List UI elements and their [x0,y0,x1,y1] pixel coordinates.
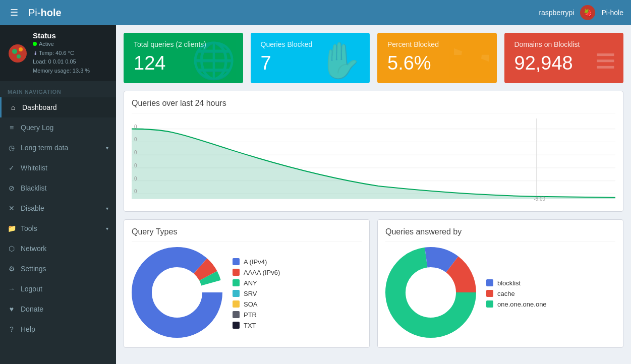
sidebar-item-network[interactable]: ⬡ Network [0,238,116,259]
queries-answered-legend: blocklist cache one.one.one.one [486,279,547,308]
svg-text:0: 0 [134,175,137,181]
whitelist-label: Whitelist [21,164,47,172]
sidebar-status: Status Active 🌡Temp: 40.6 °C Load: 0 0.0… [0,25,116,81]
long-term-label: Long term data [21,144,68,152]
queries-chart-title: Queries over last 24 hours [132,99,615,113]
logout-label: Logout [21,285,42,293]
legend-item-txt: TXT [233,322,280,329]
hamburger-button[interactable]: ☰ [8,5,21,21]
brand-logo: Pi-hole [28,7,62,19]
query-types-title: Query Types [132,227,362,242]
sidebar-nav: ⌂ Dashboard ≡ Query Log ◷ Long term data… [0,97,116,339]
svg-text:0: 0 [134,163,137,168]
sidebar-item-donate[interactable]: ♥ Donate [0,299,116,319]
legend-item-one-one: one.one.one.one [486,300,547,308]
pihole-label: Pi-hole [601,9,623,17]
query-types-content: A (IPv4) AAAA (IPv6) ANY SRV [132,247,362,340]
query-log-label: Query Log [21,124,53,132]
legend-item-blocklist: blocklist [486,279,547,287]
query-log-icon: ≡ [8,124,16,132]
charts-row: Query Types A ( [124,219,623,348]
legend-dot-one-one [486,300,493,308]
legend-dot-srv [233,290,240,297]
dashboard-label: Dashboard [22,103,57,111]
navbar-right: raspberrypi 🍓 Pi-hole [539,5,623,20]
network-icon: ⬡ [8,245,16,253]
sidebar-item-query-log[interactable]: ≡ Query Log [0,117,116,138]
query-types-legend: A (IPv4) AAAA (IPv6) ANY SRV [233,258,280,329]
svg-text:0: 0 [134,150,137,155]
queries-answered-title: Queries answered by [385,227,615,242]
list-icon: ≡ [595,43,616,78]
disable-icon: ✕ [8,204,16,212]
legend-dot-blocklist [486,279,493,286]
donate-icon: ♥ [8,305,16,313]
stat-card-queries-blocked: Queries Blocked 7 ✋ [251,33,370,83]
chevron-down-icon-disable: ▾ [106,206,108,211]
sidebar-item-settings[interactable]: ⚙ Settings [0,259,116,279]
svg-text:0: 0 [134,137,137,142]
brand-pi: Pi- [28,7,40,19]
svg-point-27 [408,270,453,315]
legend-item-a-ipv4: A (IPv4) [233,258,280,266]
whitelist-icon: ✓ [8,164,16,172]
dashboard-icon: ⌂ [9,103,17,111]
sidebar-item-long-term-data[interactable]: ◷ Long term data ▾ [0,138,116,158]
help-icon: ? [8,325,16,333]
svg-text:0: 0 [134,189,137,194]
hostname-label: raspberrypi [539,9,574,17]
brand-hole: hole [40,7,61,19]
legend-dot-any [233,279,240,286]
query-types-chart [132,247,222,340]
chevron-down-icon: ▾ [106,145,108,151]
sidebar-item-tools[interactable]: 📁 Tools ▾ [0,218,116,238]
hand-icon: ✋ [318,43,362,78]
legend-item-cache: cache [486,290,547,297]
network-label: Network [21,245,46,253]
chevron-down-icon-tools: ▾ [106,226,108,231]
sidebar-item-blacklist[interactable]: ⊘ Blacklist [0,178,116,198]
main-wrapper: Status Active 🌡Temp: 40.6 °C Load: 0 0.0… [0,25,631,364]
blacklist-label: Blacklist [21,184,46,192]
legend-dot-txt [233,322,240,329]
settings-icon: ⚙ [8,265,16,273]
legend-dot-cache [486,290,493,297]
svg-text:0: 0 [134,124,137,129]
sidebar-item-logout[interactable]: → Logout [0,279,116,299]
sidebar-item-dashboard[interactable]: ⌂ Dashboard [0,97,116,117]
navbar: ☰ Pi-hole raspberrypi 🍓 Pi-hole [0,0,631,25]
help-label: Help [21,325,35,333]
legend-dot-ptr [233,311,240,318]
queries-answered-chart [385,247,476,340]
svg-point-23 [154,270,200,315]
hamburger-icon: ☰ [10,8,18,18]
content-area: Total queries (2 clients) 124 🌐 Queries … [116,25,631,364]
logout-icon: → [8,285,16,293]
status-title: Status [33,31,90,40]
stat-card-percent-blocked: Percent Blocked 5.6% [377,33,497,83]
legend-item-srv: SRV [233,290,280,297]
sidebar-item-disable[interactable]: ✕ Disable ▾ [0,198,116,218]
svg-point-2 [19,47,23,51]
legend-item-any: ANY [233,279,280,287]
legend-dot-a-ipv4 [233,258,240,265]
navbar-left: ☰ Pi-hole [8,5,62,21]
queries-chart-box: Queries over last 24 hours 0 0 0 0 [124,91,623,212]
legend-item-soa: SOA [233,300,280,308]
stat-card-domains-blocklist: Domains on Blocklist 92,948 ≡ [504,33,624,83]
sidebar-item-whitelist[interactable]: ✓ Whitelist [0,158,116,178]
long-term-icon: ◷ [8,144,16,152]
legend-item-ptr: PTR [233,311,280,319]
pihole-logo-icon [8,43,28,64]
legend-dot-soa [233,300,240,308]
active-dot [33,42,37,46]
svg-point-1 [12,49,17,54]
nav-section-label: MAIN NAVIGATION [0,81,116,97]
tools-icon: 📁 [8,224,16,232]
status-info: Status Active 🌡Temp: 40.6 °C Load: 0 0.0… [33,31,90,75]
stat-cards: Total queries (2 clients) 124 🌐 Queries … [124,33,623,83]
settings-label: Settings [21,265,46,273]
queries-answered-box: Queries answered by [377,219,623,348]
sidebar-item-help[interactable]: ? Help [0,319,116,339]
globe-icon: 🌐 [192,43,236,78]
